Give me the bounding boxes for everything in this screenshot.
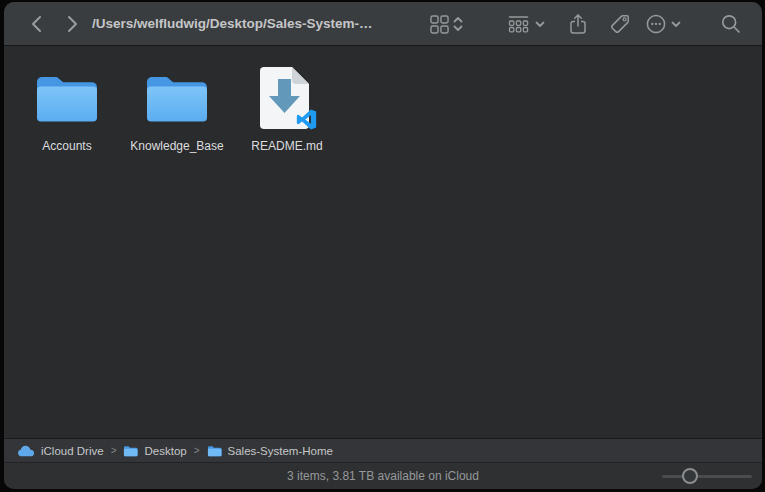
group-by-icon [508, 15, 529, 33]
status-bar: 3 items, 3.81 TB available on iCloud [4, 462, 762, 489]
search-icon [721, 14, 741, 34]
toolbar: /Users/welfludwig/Desktop/Sales-System-… [4, 2, 762, 46]
more-options-dropdown[interactable] [670, 2, 682, 46]
file-item-knowledge-base[interactable]: Knowledge_Base [122, 65, 232, 153]
slider-knob[interactable] [682, 468, 698, 484]
breadcrumb-sales-system-home[interactable]: Sales-System-Home [207, 445, 333, 457]
file-label: README.md [251, 139, 322, 153]
breadcrumb-separator: > [194, 445, 200, 456]
group-by-button[interactable] [507, 2, 529, 46]
forward-button[interactable] [65, 2, 79, 46]
folder-icon [144, 73, 210, 125]
folder-icon [207, 445, 222, 457]
breadcrumb-label: Desktop [144, 445, 186, 457]
view-mode-button[interactable] [429, 2, 449, 46]
file-item-accounts[interactable]: Accounts [12, 65, 122, 153]
icloud-icon [17, 445, 35, 457]
share-button[interactable] [568, 2, 588, 46]
chevrons-up-down-icon [453, 15, 463, 33]
files-row: Accounts Knowledge_Base [4, 47, 762, 153]
chevron-down-icon [535, 21, 545, 28]
markdown-file-icon [256, 65, 318, 133]
breadcrumb-label: iCloud Drive [41, 445, 104, 457]
tags-button[interactable] [608, 2, 632, 46]
file-item-readme[interactable]: README.md [232, 65, 342, 153]
breadcrumb-desktop[interactable]: Desktop [123, 445, 186, 457]
tag-icon [609, 13, 631, 35]
breadcrumb-icloud-drive[interactable]: iCloud Drive [17, 445, 104, 457]
file-label: Accounts [42, 139, 91, 153]
share-icon [569, 13, 587, 35]
grid-view-icon [430, 15, 449, 34]
chevron-left-icon [31, 15, 42, 33]
breadcrumb-separator: > [111, 445, 117, 456]
path-bar: iCloud Drive > Desktop > Sales-System-Ho… [4, 438, 762, 462]
view-mode-selector[interactable] [452, 2, 464, 46]
chevron-right-icon [67, 15, 78, 33]
breadcrumb-label: Sales-System-Home [228, 445, 333, 457]
file-browser-area[interactable]: Accounts Knowledge_Base [4, 47, 762, 438]
status-text: 3 items, 3.81 TB available on iCloud [4, 463, 762, 489]
window-title: /Users/welfludwig/Desktop/Sales-System-… [92, 2, 373, 46]
file-label: Knowledge_Base [130, 139, 223, 153]
finder-window: /Users/welfludwig/Desktop/Sales-System-… [4, 2, 762, 489]
ellipsis-circle-icon [646, 14, 666, 34]
folder-icon [34, 73, 100, 125]
more-options-button[interactable] [645, 2, 666, 46]
back-button[interactable] [29, 2, 43, 46]
icon-size-slider[interactable] [662, 475, 752, 478]
chevron-down-icon [671, 21, 681, 28]
search-button[interactable] [720, 2, 742, 46]
folder-icon [123, 445, 138, 457]
group-by-dropdown[interactable] [534, 2, 546, 46]
